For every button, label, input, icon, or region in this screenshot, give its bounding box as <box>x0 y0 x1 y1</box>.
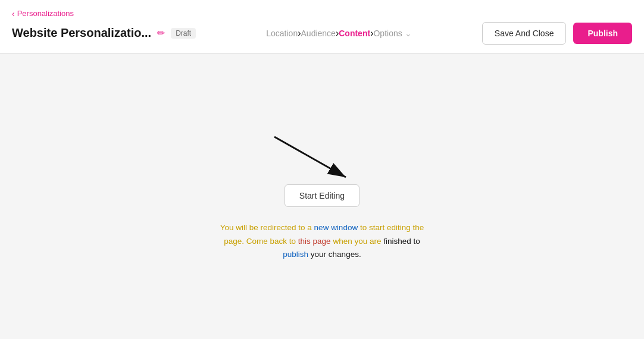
info-text-blue-2: publish <box>283 250 308 259</box>
step-options-label: Options <box>373 29 402 38</box>
edit-icon[interactable]: ✏ <box>157 27 165 39</box>
info-text-yellow-2: to start editing the <box>358 223 424 232</box>
step-content-label: Content <box>339 29 370 38</box>
info-text-yellow-3: page. Come back to <box>224 237 298 246</box>
header: ‹ Personalizations Website Personalizati… <box>0 0 644 54</box>
info-text-blue-1: new window <box>314 223 358 232</box>
back-link[interactable]: ‹ Personalizations <box>12 9 632 18</box>
info-text-dark: finished to <box>383 237 420 246</box>
step-content[interactable]: Content <box>339 29 370 38</box>
info-text-dark-2: your changes. <box>308 250 361 259</box>
main-content: Start Editing You will be redirected to … <box>0 54 644 339</box>
start-editing-button[interactable]: Start Editing <box>285 184 359 207</box>
chevron-left-icon: ‹ <box>12 9 15 18</box>
step-options[interactable]: Options ⌄ <box>373 29 411 38</box>
info-text-yellow-4: when you are <box>331 237 384 246</box>
header-actions: Save And Close Publish <box>482 22 632 45</box>
step-location-label: Location <box>266 29 298 38</box>
step-audience[interactable]: Audience <box>301 29 336 38</box>
info-text-red: this page <box>298 237 331 246</box>
step-location[interactable]: Location <box>266 29 298 38</box>
header-bottom: Website Personalizatio... ✏ Draft Locati… <box>12 22 632 45</box>
status-badge: Draft <box>171 28 196 39</box>
publish-button[interactable]: Publish <box>573 23 632 44</box>
arrow-svg <box>257 131 387 184</box>
svg-line-1 <box>274 137 346 177</box>
back-label: Personalizations <box>17 9 74 18</box>
save-and-close-button[interactable]: Save And Close <box>482 22 567 45</box>
info-text-yellow: You will be redirected to a <box>220 223 314 232</box>
step-audience-label: Audience <box>301 29 336 38</box>
page-title: Website Personalizatio... <box>12 26 151 40</box>
chevron-down-icon: ⌄ <box>405 29 412 38</box>
arrow-container <box>257 131 387 184</box>
info-text: You will be redirected to a new window t… <box>220 221 424 262</box>
title-section: Website Personalizatio... ✏ Draft <box>12 26 196 40</box>
